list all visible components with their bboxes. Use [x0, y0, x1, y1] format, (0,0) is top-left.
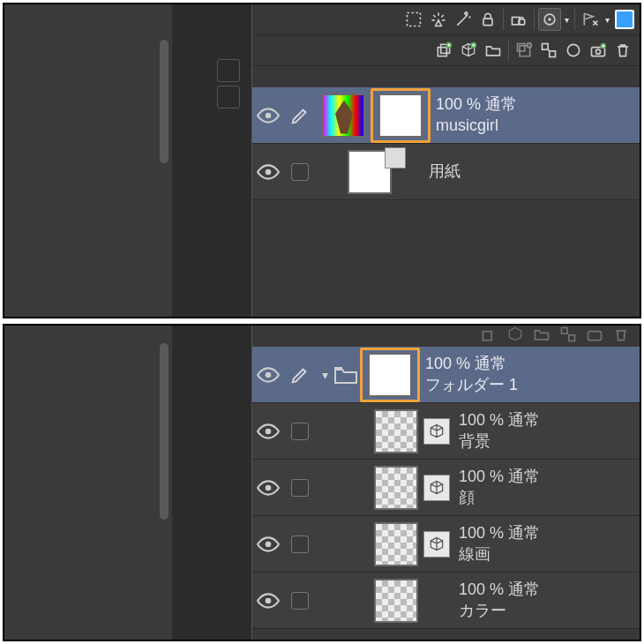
svg-rect-24 [588, 332, 602, 341]
svg-rect-21 [483, 332, 491, 341]
layer-thumbnail[interactable] [369, 576, 423, 625]
layer-list: 100 % 通常 musicgirl 用紙 [252, 87, 640, 317]
toolbar-row-2 [252, 35, 640, 66]
mask-lock-icon[interactable] [507, 8, 530, 31]
layer-row-child[interactable]: 100 % 通常 顔 [252, 460, 640, 516]
layer-name-text: 顔 [459, 488, 540, 508]
overlay-add-icon[interactable] [513, 39, 535, 62]
svg-rect-13 [543, 44, 549, 50]
svg-rect-14 [550, 51, 556, 57]
light-icon[interactable] [427, 8, 450, 31]
layer-opacity-text: 100 % 通常 [459, 580, 540, 600]
layer-label: 用紙 [429, 161, 461, 182]
layer-row-child[interactable]: 100 % 通常 線画 [252, 516, 640, 573]
visibility-toggle[interactable] [252, 535, 284, 553]
visibility-toggle[interactable] [252, 107, 284, 124]
cube-add-icon[interactable] [457, 39, 480, 62]
layer-row-child[interactable]: 100 % 通常 カラー [252, 573, 640, 629]
visibility-toggle[interactable] [252, 592, 284, 610]
layer-checkbox[interactable] [284, 423, 316, 440]
chevron-down-icon[interactable]: ▾ [603, 15, 611, 25]
svg-point-25 [266, 371, 272, 378]
layer-opacity-text: 100 % 通常 [436, 94, 517, 115]
toolbar-divider [508, 40, 509, 61]
folder-icon[interactable] [482, 39, 505, 62]
svg-rect-1 [483, 19, 492, 25]
cube-add-icon[interactable] [504, 324, 527, 346]
layer-label: 100 % 通常 背景 [459, 410, 540, 452]
fx-circle-icon[interactable] [538, 8, 561, 31]
svg-point-19 [266, 112, 272, 118]
svg-rect-23 [569, 335, 575, 341]
select-dashed-icon[interactable] [402, 8, 425, 31]
flag-x-icon[interactable] [579, 8, 602, 31]
layer-opacity-text: 100 % 通常 [459, 410, 540, 431]
lock-icon[interactable] [476, 8, 499, 31]
svg-rect-11 [518, 44, 525, 51]
visibility-toggle[interactable] [252, 479, 284, 497]
svg-point-29 [266, 597, 272, 603]
draw-target-icon[interactable] [284, 365, 316, 385]
toolbar-truncated [252, 324, 640, 345]
layer-list: ▾ 100 % 通常 フォルダー 1 [252, 347, 640, 640]
layer-row-folder[interactable]: ▾ 100 % 通常 フォルダー 1 [252, 347, 640, 403]
layer-checkbox[interactable] [284, 535, 316, 553]
slots-bottom-icon[interactable] [217, 86, 240, 109]
canvas-scrollbar[interactable] [160, 343, 168, 520]
canvas-area [4, 4, 172, 317]
layer-name-text: 背景 [459, 431, 540, 452]
trash-icon[interactable] [611, 39, 634, 62]
visibility-toggle[interactable] [252, 366, 284, 384]
canvas-scrollbar[interactable] [160, 40, 168, 163]
layer-checkbox[interactable] [284, 163, 316, 181]
svg-rect-22 [562, 328, 568, 334]
svg-rect-6 [438, 48, 446, 56]
chevron-down-icon[interactable]: ▾ [316, 368, 333, 382]
camera-add-icon[interactable] [583, 324, 606, 346]
folder-icon[interactable] [530, 324, 553, 346]
bottom-screenshot: ▾ 100 % 通常 フォルダー 1 [3, 324, 641, 641]
stack-add-icon[interactable] [432, 39, 455, 62]
layer-row-musicgirl[interactable]: 100 % 通常 musicgirl [252, 87, 640, 144]
wand-icon[interactable] [452, 8, 475, 31]
draw-target-icon[interactable] [284, 106, 316, 125]
svg-point-5 [548, 18, 550, 20]
layer-label: 100 % 通常 線画 [459, 523, 540, 565]
trash-icon[interactable] [610, 324, 633, 346]
layer-row-paper[interactable]: 用紙 [252, 144, 640, 200]
layer-mask-thumbnail[interactable] [371, 88, 431, 143]
color-swatch-icon[interactable] [615, 10, 634, 29]
toolbar-row-1: ▾ ▾ [252, 4, 640, 35]
layer-thumbnail[interactable] [316, 91, 371, 140]
chevron-down-icon[interactable]: ▾ [563, 15, 571, 25]
layer-name-text: フォルダー 1 [425, 375, 518, 395]
folder-open-icon [333, 364, 360, 386]
layer-label: 100 % 通常 顔 [459, 467, 540, 508]
stack-add-icon[interactable] [477, 324, 500, 346]
layer-opacity-text: 100 % 通常 [459, 523, 540, 543]
cube-icon [423, 475, 450, 501]
visibility-toggle[interactable] [252, 163, 284, 181]
slots-top-icon[interactable] [217, 59, 240, 82]
layer-name-text: カラー [459, 601, 540, 621]
layer-thumbnail[interactable] [369, 520, 423, 569]
layer-row-child[interactable]: 100 % 通常 背景 [252, 403, 640, 460]
layer-thumbnail[interactable] [369, 463, 423, 513]
svg-rect-0 [408, 13, 421, 26]
layer-label: 100 % 通常 カラー [459, 580, 540, 621]
circle-icon[interactable] [562, 39, 585, 62]
layer-checkbox[interactable] [284, 592, 316, 610]
layer-thumbnail[interactable] [369, 407, 423, 456]
layer-mask-thumbnail[interactable] [360, 348, 420, 402]
layer-checkbox[interactable] [284, 479, 316, 497]
visibility-toggle[interactable] [252, 423, 284, 440]
layer-panel: ▾ 100 % 通常 フォルダー 1 [251, 326, 640, 640]
merge-icon[interactable] [537, 39, 560, 62]
top-screenshot: ▾ ▾ [3, 3, 641, 318]
canvas-area [4, 326, 172, 640]
layer-name-text: musicgirl [436, 116, 517, 136]
cube-icon [423, 418, 450, 445]
camera-add-icon[interactable] [587, 39, 610, 62]
merge-icon[interactable] [557, 324, 580, 346]
layer-thumbnail[interactable] [342, 147, 397, 197]
